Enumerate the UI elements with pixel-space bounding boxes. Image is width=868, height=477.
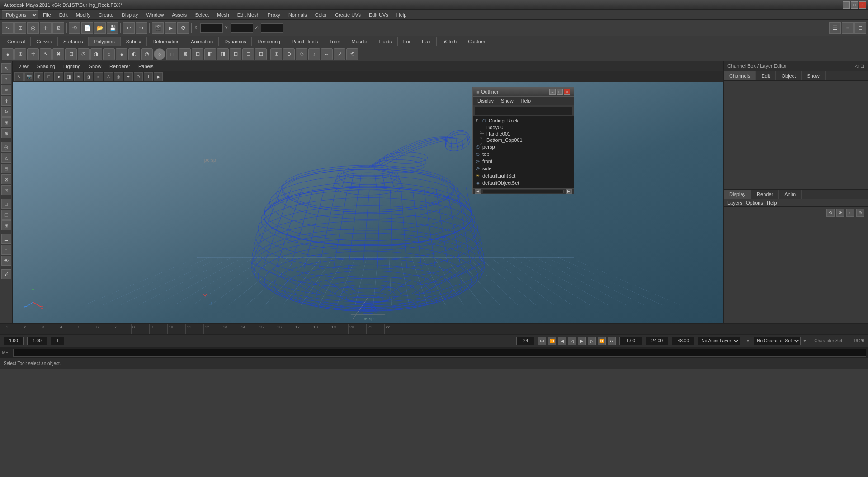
rp-icon-1[interactable]: ⟲ (826, 209, 835, 217)
range-end-field[interactable] (672, 337, 694, 345)
time-start-field[interactable] (4, 337, 24, 345)
move-tool[interactable]: ✛ (1, 96, 11, 106)
vp-texture-icon[interactable]: ◨ (64, 72, 73, 81)
shelf-tab-surfaces[interactable]: Surfaces (58, 37, 89, 46)
rp-icon-4[interactable]: ⊕ (856, 209, 864, 217)
right-tab-edit[interactable]: Edit (756, 71, 776, 80)
shelf-icon-26[interactable]: ⟲ (346, 48, 358, 60)
shelf-icon-14[interactable]: ⊡ (192, 48, 203, 60)
history-button[interactable]: ⟲ (69, 22, 80, 34)
render-button[interactable]: 🎬 (152, 22, 164, 34)
vp-playback-icon[interactable]: ▶ (154, 72, 163, 81)
split-tool[interactable]: ⊟ (1, 164, 11, 173)
right-tab-object[interactable]: Object (776, 71, 802, 80)
paint-tool[interactable]: ✏ (1, 85, 11, 95)
menu-file[interactable]: File (39, 11, 55, 19)
tree-item-top[interactable]: ◷ top (473, 150, 574, 158)
shelf-icon-sphere[interactable]: ○ (154, 48, 165, 60)
play-backward-button[interactable]: ◁ (568, 337, 576, 345)
menu-mesh[interactable]: Mesh (213, 11, 233, 19)
vp-overlay-icon[interactable]: ◎ (114, 72, 123, 81)
shelf-tab-curves[interactable]: Curves (31, 37, 58, 46)
outliner-menu-help[interactable]: Help (518, 98, 534, 104)
shelf-icon-18[interactable]: ⊟ (242, 48, 254, 60)
x-coord-input[interactable] (200, 23, 223, 33)
shelf-tab-toon[interactable]: Toon (324, 37, 346, 46)
shelf-icon-7[interactable]: ◎ (78, 48, 90, 60)
shelf-icon-3[interactable]: ✛ (27, 48, 39, 60)
outliner-scrollbar[interactable]: ◀ ▶ (473, 188, 574, 194)
go-to-end-button[interactable]: ⏭ (608, 337, 616, 345)
attr-editor-button[interactable]: ≡ (842, 22, 854, 34)
mel-input[interactable] (13, 349, 866, 357)
prev-frame-button[interactable]: ◀ (558, 337, 566, 345)
shelf-tab-muscle[interactable]: Muscle (346, 37, 373, 46)
menu-normals[interactable]: Normals (285, 11, 311, 19)
shelf-icon-17[interactable]: ⊞ (230, 48, 241, 60)
right-panel-icon-1[interactable]: ◁ (855, 63, 859, 69)
right-tab-show[interactable]: Show (802, 71, 826, 80)
shelf-tab-subdiv[interactable]: Subdiv (121, 37, 147, 46)
outliner-menu-display[interactable]: Display (475, 98, 496, 104)
shelf-tab-ncloth[interactable]: nCloth (437, 37, 462, 46)
vp-hud-icon[interactable]: Ⅰ (144, 72, 153, 81)
shelf-icon-19[interactable]: ⊡ (255, 48, 267, 60)
menu-edituvs[interactable]: Edit UVs (365, 11, 392, 19)
tree-item-handle001[interactable]: —○ Handle001 (473, 131, 574, 137)
shelf-icon-25[interactable]: ↗ (334, 48, 345, 60)
bridge-tool[interactable]: ⊡ (1, 185, 11, 195)
shelf-icon-6[interactable]: ⊞ (65, 48, 77, 60)
shelf-tab-dynamics[interactable]: Dynamics (219, 37, 252, 46)
snap-curve-button[interactable]: ◎ (27, 22, 39, 34)
save-button[interactable]: 💾 (107, 22, 118, 34)
menu-color[interactable]: Color (311, 11, 330, 19)
options-options[interactable]: Options (746, 200, 763, 206)
shelf-icon-24[interactable]: ↔ (321, 48, 333, 60)
rotate-tool[interactable]: ↻ (1, 107, 11, 117)
shelf-tab-deformation[interactable]: Deformation (147, 37, 185, 46)
extrude-tool[interactable]: ⊠ (1, 174, 11, 184)
shelf-tab-rendering[interactable]: Rendering (252, 37, 286, 46)
step-back-button[interactable]: ⏪ (548, 337, 556, 345)
viewport-menu-view[interactable]: View (14, 63, 33, 70)
tree-item-bottom-cap001[interactable]: —○ Bottom_Cap001 (473, 137, 574, 143)
outliner-title-controls[interactable]: – □ × (549, 89, 570, 95)
shelf-icon-23[interactable]: ↕ (308, 48, 320, 60)
options-layers[interactable]: Layers (727, 200, 742, 206)
next-frame-button[interactable]: ▷ (588, 337, 596, 345)
shelf-tab-fluids[interactable]: Fluids (373, 37, 397, 46)
step-forward-button[interactable]: ⏩ (598, 337, 606, 345)
character-set-select[interactable]: No Character Set (754, 337, 801, 345)
outliner-scroll-right[interactable]: ▶ (566, 189, 572, 194)
viewport-menu-panels[interactable]: Panels (135, 63, 157, 70)
menu-assets[interactable]: Assets (168, 11, 190, 19)
shelf-icon-cube[interactable]: □ (166, 48, 178, 60)
view-cube[interactable]: □ (1, 199, 11, 209)
menu-edit[interactable]: Edit (56, 11, 71, 19)
viewport-menu-lighting[interactable]: Lighting (60, 63, 85, 70)
shelf-icon-13[interactable]: ⊠ (179, 48, 191, 60)
tree-item-default-light-set[interactable]: ☀ defaultLightSet (473, 172, 574, 179)
vp-select-icon[interactable]: ↖ (14, 72, 24, 81)
viewport-menu-show[interactable]: Show (85, 63, 105, 70)
snap-surface-button[interactable]: ⊠ (52, 22, 64, 34)
vp-isolate-icon[interactable]: ⊙ (134, 72, 143, 81)
outliner-search-input[interactable] (475, 107, 572, 115)
shelf-tab-custom[interactable]: Custom (462, 37, 491, 46)
tree-item-curling-rock[interactable]: ▼ ⬡ Curling_Rock (473, 117, 574, 124)
new-scene-button[interactable]: 📄 (81, 22, 93, 34)
timeline-track[interactable]: 1 2 3 4 5 6 7 8 9 10 11 12 13 14 15 16 1… (0, 324, 868, 334)
shelf-tab-polygons[interactable]: Polygons (89, 37, 120, 46)
ipr-button[interactable]: ▶ (165, 22, 176, 34)
shelf-icon-20[interactable]: ⊕ (270, 48, 282, 60)
attr-tool[interactable]: ≡ (1, 245, 11, 255)
outliner-minimize-button[interactable]: – (549, 89, 556, 95)
undo-button[interactable]: ↩ (123, 22, 135, 34)
vp-smooth-icon[interactable]: ● (54, 72, 63, 81)
vp-grid-icon[interactable]: ⊞ (34, 72, 43, 81)
vp-camera-icon[interactable]: 📷 (24, 72, 33, 81)
y-coord-input[interactable] (231, 23, 253, 33)
menu-window[interactable]: Window (142, 11, 167, 19)
shelf-tab-painteffects[interactable]: PaintEffects (286, 37, 324, 46)
snap-grid-button[interactable]: ⊞ (14, 22, 26, 34)
